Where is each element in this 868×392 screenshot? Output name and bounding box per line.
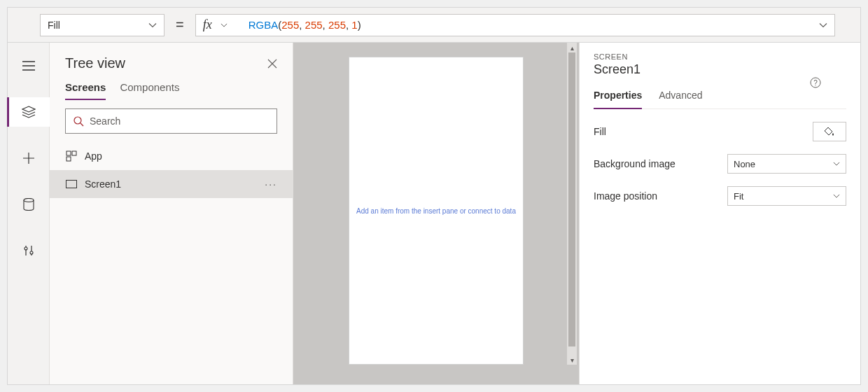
properties-pane: SCREEN Screen1 ? Properties Advanced Fil… bbox=[579, 43, 860, 384]
rail-data[interactable] bbox=[8, 190, 50, 219]
tree-tabs: Screens Components bbox=[50, 77, 293, 100]
formula-bar: Fill = fx RGBA(255, 255, 255, 1) bbox=[8, 8, 860, 43]
hamburger-icon bbox=[22, 61, 35, 71]
svg-rect-4 bbox=[66, 151, 71, 155]
prop-label: Background image bbox=[594, 158, 727, 169]
select-value: None bbox=[734, 159, 755, 169]
chevron-down-icon bbox=[833, 160, 840, 167]
scroll-down-icon[interactable]: ▾ bbox=[567, 355, 577, 365]
database-icon bbox=[23, 198, 34, 211]
fill-color-button[interactable] bbox=[813, 122, 846, 141]
tab-advanced[interactable]: Advanced bbox=[659, 90, 702, 108]
chevron-down-icon bbox=[833, 192, 840, 200]
formula-text: RGBA(255, 255, 255, 1) bbox=[248, 19, 361, 31]
image-position-select[interactable]: Fit bbox=[727, 186, 846, 206]
plus-icon bbox=[23, 153, 34, 164]
svg-point-0 bbox=[24, 199, 34, 202]
search-input[interactable]: Search bbox=[65, 108, 277, 134]
tree-list: App Screen1 ··· bbox=[50, 139, 293, 198]
rail-hamburger[interactable] bbox=[8, 51, 50, 80]
vertical-scrollbar[interactable]: ▴ ▾ bbox=[567, 43, 577, 365]
rail-tools[interactable] bbox=[8, 236, 50, 265]
props-tabs: Properties Advanced bbox=[594, 90, 846, 109]
tree-item-app[interactable]: App bbox=[50, 142, 293, 170]
canvas-area: Add an item from the insert pane or conn… bbox=[293, 43, 579, 384]
prop-label: Image position bbox=[594, 190, 727, 202]
rail-insert[interactable] bbox=[8, 144, 50, 173]
svg-rect-6 bbox=[66, 157, 71, 161]
chevron-down-icon bbox=[220, 22, 227, 29]
background-image-select[interactable]: None bbox=[727, 154, 846, 174]
prop-image-position: Image position Fit bbox=[594, 186, 846, 206]
tree-view-title: Tree view bbox=[65, 55, 125, 71]
property-dropdown[interactable]: Fill bbox=[40, 14, 164, 36]
help-icon[interactable]: ? bbox=[810, 77, 821, 88]
prop-fill: Fill bbox=[594, 122, 846, 141]
paint-bucket-icon bbox=[824, 126, 835, 137]
chevron-down-icon bbox=[148, 21, 157, 29]
prop-background-image: Background image None bbox=[594, 154, 846, 174]
svg-rect-5 bbox=[72, 151, 76, 155]
rail-tree-view[interactable] bbox=[8, 97, 50, 127]
svg-rect-7 bbox=[66, 181, 77, 188]
equals-label: = bbox=[173, 17, 187, 33]
fx-icon: fx bbox=[203, 18, 212, 32]
tools-icon bbox=[23, 244, 34, 257]
tree-item-label: Screen1 bbox=[85, 178, 121, 190]
left-rail bbox=[8, 43, 50, 384]
close-icon[interactable] bbox=[267, 59, 277, 69]
svg-point-2 bbox=[30, 251, 33, 254]
tab-components[interactable]: Components bbox=[120, 77, 179, 100]
screen-crumb: SCREEN bbox=[594, 52, 846, 61]
more-menu[interactable]: ··· bbox=[265, 178, 277, 190]
tab-properties[interactable]: Properties bbox=[594, 90, 642, 109]
expand-formula-icon[interactable] bbox=[819, 21, 827, 29]
app-frame: Fill = fx RGBA(255, 255, 255, 1) bbox=[7, 7, 861, 385]
tree-item-label: App bbox=[85, 150, 102, 162]
tree-item-screen1[interactable]: Screen1 ··· bbox=[50, 170, 293, 198]
scroll-thumb[interactable] bbox=[568, 52, 575, 346]
screen-name: Screen1 bbox=[594, 62, 846, 77]
svg-point-1 bbox=[24, 247, 27, 250]
canvas-screen[interactable]: Add an item from the insert pane or conn… bbox=[349, 57, 524, 365]
tab-screens[interactable]: Screens bbox=[65, 77, 106, 100]
svg-point-3 bbox=[74, 117, 81, 124]
prop-label: Fill bbox=[594, 126, 813, 137]
layers-icon bbox=[22, 106, 36, 118]
scroll-up-icon[interactable]: ▴ bbox=[567, 43, 577, 52]
svg-text:?: ? bbox=[813, 79, 818, 87]
property-dropdown-value: Fill bbox=[48, 20, 60, 31]
tree-view-pane: Tree view Screens Components Search bbox=[50, 43, 293, 384]
formula-input[interactable]: fx RGBA(255, 255, 255, 1) bbox=[195, 14, 835, 36]
search-placeholder: Search bbox=[90, 115, 120, 127]
app-icon bbox=[65, 150, 78, 162]
select-value: Fit bbox=[734, 191, 743, 202]
search-icon bbox=[73, 115, 84, 127]
screen-icon bbox=[65, 178, 78, 190]
canvas-placeholder: Add an item from the insert pane or conn… bbox=[349, 207, 523, 215]
